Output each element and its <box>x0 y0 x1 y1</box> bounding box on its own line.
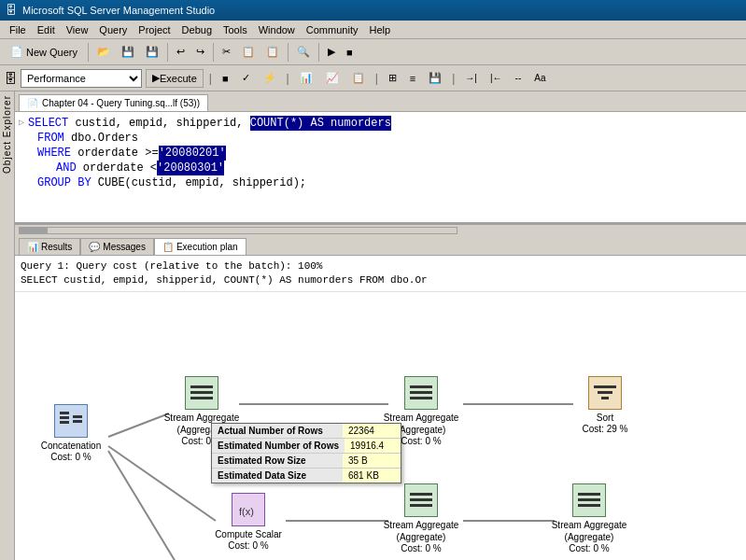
db-icon: 🗄 <box>4 71 17 86</box>
debug-icon: ▶ <box>328 46 335 58</box>
show-estimated-button[interactable]: 📊 <box>295 68 317 89</box>
paste-button[interactable]: 📋 <box>261 42 284 63</box>
execution-plan-view[interactable]: Query 1: Query cost (relative to the bat… <box>15 256 746 560</box>
results-tab-messages[interactable]: 💬 Messages <box>80 238 154 255</box>
undo-button[interactable]: ↩ <box>172 42 190 63</box>
tooltip-box: Actual Number of Rows 22364 Estimated Nu… <box>211 423 401 483</box>
include-actual-button[interactable]: 📋 <box>347 68 370 89</box>
results-tab-execution-plan[interactable]: 📋 Execution plan <box>154 238 246 255</box>
results-to-text-button[interactable]: ≡ <box>405 68 420 89</box>
stop-icon: ■ <box>346 47 353 58</box>
save-button[interactable]: 💾 <box>117 42 139 63</box>
execute-button[interactable]: ▶ Execute <box>146 69 204 88</box>
menu-edit[interactable]: Edit <box>32 23 61 36</box>
svg-rect-24 <box>410 493 432 496</box>
concatenation-cost: Cost: 0 % <box>50 452 91 462</box>
toolbar-1: 📄 New Query 📂 💾 💾 ↩ ↪ ✂ 📋 📋 🔍 ▶ ■ <box>0 39 746 65</box>
svg-rect-21 <box>598 391 612 394</box>
plan-diagram: Concatenation Cost: 0 % Stream Aggregate… <box>15 292 743 560</box>
find-button[interactable]: 🔍 <box>292 42 315 63</box>
new-query-button[interactable]: 📄 New Query <box>4 42 84 63</box>
stream-aggregate-3-cost: Cost: 0 % <box>401 543 441 553</box>
stop-button[interactable]: ■ <box>342 42 358 63</box>
check-button[interactable]: ✓ <box>237 68 255 89</box>
svg-rect-27 <box>578 493 600 496</box>
tooltip-key-3: Estimated Row Size <box>212 454 343 468</box>
sql-editor[interactable]: ▷ SELECT custid, empid, shipperid, COUNT… <box>15 112 746 224</box>
results-tab-messages-label: Messages <box>103 242 146 252</box>
menu-query[interactable]: Query <box>93 23 133 36</box>
svg-rect-22 <box>601 397 609 399</box>
tree-expand-icon: ▷ <box>19 116 24 131</box>
debug-button[interactable]: ▶ <box>323 42 340 63</box>
show-actual-button[interactable]: 📈 <box>321 68 344 89</box>
toolbar-separator-4 <box>288 43 289 62</box>
increase-indent-button[interactable]: →| <box>460 68 482 89</box>
new-query-icon: 📄 <box>10 46 23 58</box>
stream-aggregate-4-node[interactable]: Stream Aggregate(Aggregate) Cost: 0 % <box>542 483 636 553</box>
compute-scalar-1-node[interactable]: f(x) Compute Scalar Cost: 0 % <box>202 493 295 551</box>
comment-icon: -- <box>515 73 522 83</box>
results-tab-messages-icon: 💬 <box>89 242 100 252</box>
svg-line-3 <box>108 446 216 521</box>
parse-icon: ⚡ <box>263 72 276 84</box>
svg-rect-10 <box>60 416 69 419</box>
results-to-file-button[interactable]: 💾 <box>424 68 446 89</box>
svg-rect-20 <box>594 385 616 388</box>
redo-button[interactable]: ↪ <box>191 42 209 63</box>
cut-button[interactable]: ✂ <box>218 42 235 63</box>
menu-file[interactable]: File <box>4 23 32 36</box>
menu-debug[interactable]: Debug <box>176 23 218 36</box>
stream-aggregate-2-cost: Cost: 0 % <box>401 436 441 446</box>
menu-project[interactable]: Project <box>133 23 176 36</box>
stream-aggregate-3-node[interactable]: Stream Aggregate(Aggregate) Cost: 0 % <box>374 483 468 553</box>
svg-text:f(x): f(x) <box>239 506 254 517</box>
tooltip-row-3: Estimated Row Size 35 B <box>212 454 401 469</box>
tooltip-val-4: 681 KB <box>343 469 399 483</box>
decrease-indent-button[interactable]: |← <box>486 68 507 89</box>
save-all-button[interactable]: 💾 <box>141 42 163 63</box>
file-icon: 💾 <box>429 72 442 84</box>
query-info-line1: Query 1: Query cost (relative to the bat… <box>21 259 740 273</box>
svg-rect-17 <box>410 385 432 388</box>
sort-node[interactable]: Sort Cost: 29 % <box>558 376 652 434</box>
database-selector[interactable]: Performance <box>21 69 142 88</box>
object-explorer-label[interactable]: Object Explorer <box>2 95 12 174</box>
save-icon: 💾 <box>121 46 134 58</box>
concatenation-node[interactable]: Concatenation Cost: 0 % <box>29 404 113 462</box>
svg-rect-19 <box>410 397 432 399</box>
menu-help[interactable]: Help <box>363 23 396 36</box>
parse-button[interactable]: ⚡ <box>259 68 281 89</box>
menu-community[interactable]: Community <box>301 23 364 36</box>
menu-view[interactable]: View <box>61 23 94 36</box>
aa-icon: Aa <box>534 73 545 83</box>
svg-rect-14 <box>190 385 213 388</box>
open-file-icon: 📂 <box>97 46 110 58</box>
editor-scrollbar[interactable] <box>15 224 746 235</box>
stop-query-icon: ■ <box>222 73 229 84</box>
svg-rect-12 <box>73 415 82 418</box>
copy-button[interactable]: 📋 <box>237 42 260 63</box>
count-highlight: COUNT(*) AS numorders <box>250 116 391 131</box>
comment-button[interactable]: -- <box>511 68 527 89</box>
cut-icon: ✂ <box>222 46 231 58</box>
sort-cost: Cost: 29 % <box>583 424 628 434</box>
compute-scalar-1-cost: Cost: 0 % <box>228 540 268 551</box>
sql-line-2: FROM dbo.Orders <box>19 131 742 146</box>
query-tab-active[interactable]: 📄 Chapter 04 - Query Tuning.sq...lf (53)… <box>19 94 208 111</box>
aa-button[interactable]: Aa <box>529 68 550 89</box>
toolbar-separator-5 <box>318 43 319 62</box>
check-icon: ✓ <box>242 72 250 84</box>
menu-tools[interactable]: Tools <box>218 23 253 36</box>
stream-aggregate-1-icon <box>185 376 218 410</box>
open-file-button[interactable]: 📂 <box>92 42 115 63</box>
results-tab-results[interactable]: 📊 Results <box>19 238 80 255</box>
tooltip-key-4: Estimated Data Size <box>212 469 343 483</box>
menu-window[interactable]: Window <box>253 23 301 36</box>
query-info: Query 1: Query cost (relative to the bat… <box>15 256 746 292</box>
results-to-grid-button[interactable]: ⊞ <box>384 68 401 89</box>
stop-query-button[interactable]: ■ <box>218 68 233 89</box>
stream-aggregate-2-icon <box>404 376 438 410</box>
toolbar-separator-9: | <box>450 72 457 85</box>
stream-aggregate-4-cost: Cost: 0 % <box>569 543 609 553</box>
